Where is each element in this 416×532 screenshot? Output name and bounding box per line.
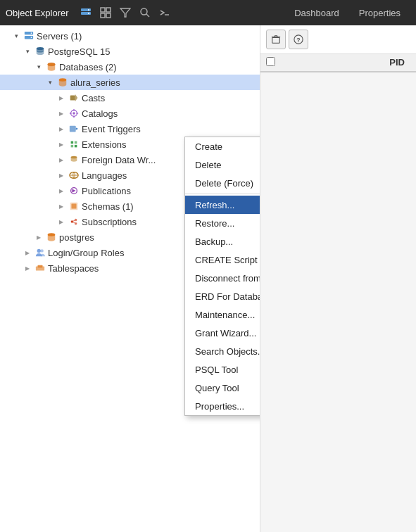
right-table-header: PID [260,54,416,72]
pg15-label: PostgreSQL 15 [48,46,110,57]
ctx-delete-label: Delete [195,160,222,170]
arrow-casts: ▶ [56,93,66,103]
tree-item-catalogs[interactable]: ▶ Catalogs [0,106,260,121]
catalogs-icon [68,108,80,119]
arrow-pg15: ▾ [23,46,32,56]
postgres-icon [46,232,57,243]
svg-marker-21 [75,94,78,102]
ctx-restore[interactable]: Restore... [185,214,260,232]
ctx-maintenance[interactable]: Maintenance... [185,305,260,324]
servers-label: Servers (1) [37,31,82,42]
svg-text:?: ? [296,37,300,44]
languages-icon [68,170,80,181]
trash-button[interactable] [266,30,286,49]
svg-rect-32 [71,145,74,148]
context-menu: Create ▶ Delete Delete (Force) Refresh..… [184,137,260,416]
col-pid-header: PID [287,57,410,68]
subscriptions-label: Subscriptions [82,217,137,227]
svg-rect-48 [38,265,43,268]
grid-icon[interactable] [97,4,114,21]
search-icon[interactable] [137,4,153,21]
pg-icon [34,46,46,57]
ctx-erd-label: ERD For Database [195,291,260,302]
select-all-checkbox[interactable] [266,57,275,66]
ctx-query-tool[interactable]: Query Tool [185,379,260,397]
databases-icon [46,61,57,72]
terminal-icon[interactable] [156,4,173,21]
arrow-schemas: ▶ [56,201,66,211]
arrow-tablespaces: ▶ [23,263,32,273]
filter-icon[interactable] [117,4,134,21]
fdw-icon [68,154,80,165]
svg-point-40 [75,219,77,222]
ctx-backup[interactable]: Backup... [185,232,260,251]
ctx-delete-force[interactable]: Delete (Force) [185,174,260,192]
tree-item-pg15[interactable]: ▾ PostgreSQL 15 [0,44,260,59]
catalogs-label: Catalogs [82,108,118,119]
tree-item-event-triggers[interactable]: ▶ Event Triggers [0,121,260,137]
tree-item-databases[interactable]: ▾ Databases (2) [0,59,260,75]
svg-point-3 [88,13,89,14]
tree-item-servers[interactable]: ▾ Servers (1) [0,28,260,44]
ctx-search-objects[interactable]: Search Objects... [185,342,260,360]
ctx-create-script[interactable]: CREATE Script [185,251,260,269]
ctx-search-objects-label: Search Objects... [195,346,260,357]
svg-rect-20 [70,96,75,101]
server-icon [23,30,34,42]
ctx-delete-force-label: Delete (Force) [195,178,253,189]
right-toolbar: ? [260,25,416,54]
alura-series-label: alura_series [70,77,120,88]
ctx-grant-wizard[interactable]: Grant Wizard... [185,324,260,342]
ctx-erd[interactable]: ERD For Database [185,287,260,305]
ctx-disconnect[interactable]: Disconnect from database [185,269,260,287]
svg-point-46 [40,249,43,252]
svg-point-14 [31,32,32,34]
tab-properties[interactable]: Properties [349,4,410,23]
arrow-fdw: ▶ [56,155,66,165]
arrow-postgres: ▶ [34,232,44,242]
ctx-properties[interactable]: Properties... [185,397,260,415]
casts-icon [68,92,80,103]
schemas-label: Schemas (1) [82,201,134,212]
svg-point-41 [75,222,77,225]
tree-item-casts[interactable]: ▶ Casts [0,90,260,106]
publications-label: Publications [82,186,131,196]
svg-rect-38 [72,204,77,209]
tablespaces-label: Tablespaces [48,263,99,274]
top-bar: Object Explorer [0,0,416,25]
ctx-delete[interactable]: Delete [185,156,260,174]
top-bar-tabs: Dashboard Properties [284,4,410,23]
tree-item-alura-series[interactable]: ▾ alura_series [0,75,260,90]
right-panel: ? PID [260,25,416,532]
app-title: Object Explorer [6,8,69,18]
ctx-psql-tool-label: PSQL Tool [195,365,238,375]
ctx-create-label: Create [195,141,222,152]
svg-point-45 [37,249,41,253]
ctx-refresh[interactable]: Refresh... [185,196,260,214]
server-icon[interactable] [77,4,94,21]
tablespaces-icon [34,262,46,274]
extensions-icon [68,139,80,150]
ctx-restore-label: Restore... [195,218,234,229]
svg-marker-29 [76,127,79,130]
arrow-publications: ▶ [56,186,66,196]
extensions-label: Extensions [82,139,127,150]
fdw-label: Foreign Data Wr... [82,155,156,165]
svg-marker-8 [120,8,130,17]
svg-point-23 [73,112,75,115]
svg-line-10 [146,14,149,17]
ctx-psql-tool[interactable]: PSQL Tool [185,360,260,379]
postgres-label: postgres [59,232,94,243]
arrow-alura-series: ▾ [45,77,55,87]
ctx-grant-wizard-label: Grant Wizard... [195,328,256,338]
svg-rect-33 [75,145,77,148]
ctx-refresh-label: Refresh... [195,200,234,210]
svg-rect-5 [106,8,111,12]
svg-point-39 [71,220,74,223]
svg-rect-49 [272,37,280,43]
ctx-create[interactable]: Create ▶ [185,137,260,156]
ctx-backup-label: Backup... [195,236,233,247]
tab-dashboard[interactable]: Dashboard [284,4,349,23]
help-button[interactable]: ? [289,30,308,49]
svg-line-43 [73,222,75,223]
